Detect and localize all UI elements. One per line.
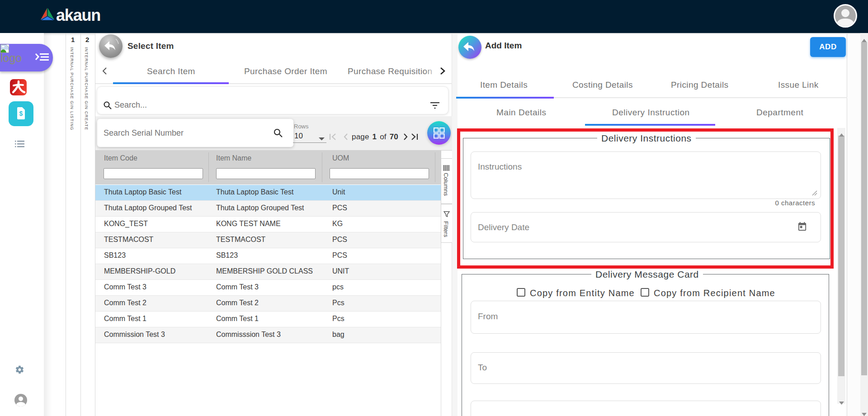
svg-text:$: $ (19, 110, 23, 117)
